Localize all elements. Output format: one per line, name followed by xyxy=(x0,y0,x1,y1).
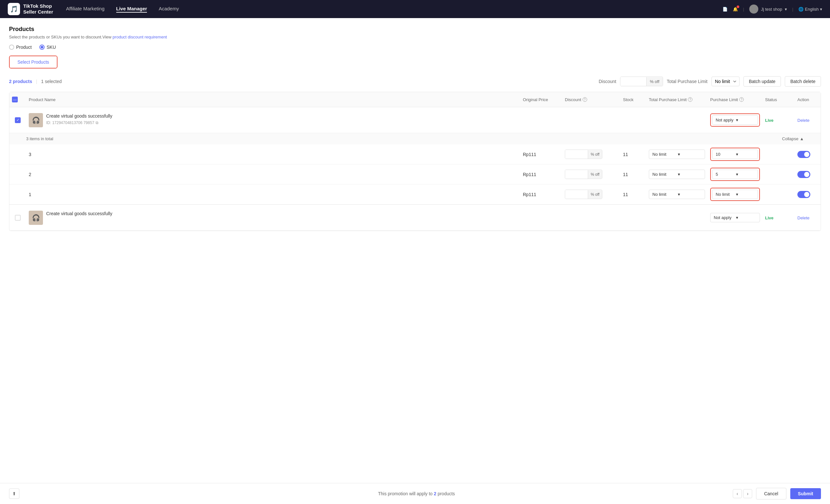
row2-purchase-limit-cell: Not apply ▾ xyxy=(708,213,763,222)
lang-chevron-icon: ▾ xyxy=(820,7,822,12)
logo-text: TikTok Shop Seller Center xyxy=(23,3,53,15)
row1-checkbox[interactable] xyxy=(15,117,21,123)
radio-sku-circle xyxy=(39,44,44,50)
collapse-label: Collapse xyxy=(782,136,799,141)
sku-row-2: 2 Rp111 % off 11 No limit ▾ xyxy=(9,164,821,185)
select-products-button[interactable]: Select Products xyxy=(10,56,57,68)
row2-delete-button[interactable]: Delete xyxy=(797,216,810,220)
bell-icon[interactable]: 🔔 xyxy=(733,7,738,12)
row1-copy-icon[interactable]: ⧉ xyxy=(96,121,98,125)
sku2-discount-field: % off xyxy=(565,169,602,179)
footer-info: This promotion will apply to 2 products xyxy=(378,491,729,496)
sku2-discount-input[interactable] xyxy=(565,170,588,179)
radio-product-circle xyxy=(9,44,14,50)
sku3-discount: % off xyxy=(562,190,620,199)
select-products-wrapper: Select Products xyxy=(9,56,58,68)
radio-group: Product SKU xyxy=(9,44,821,50)
batch-update-button[interactable]: Batch update xyxy=(743,76,781,87)
sku3-toggle[interactable] xyxy=(797,191,810,198)
sku3-discount-suffix: % off xyxy=(588,190,602,199)
discount-req-link[interactable]: product discount requirement xyxy=(113,35,167,39)
th-status: Status xyxy=(763,95,795,104)
sku2-toggle[interactable] xyxy=(797,171,810,178)
section-title: Products xyxy=(9,26,821,33)
row2-checkbox-cell xyxy=(9,215,26,221)
row1-delete-button[interactable]: Delete xyxy=(797,118,810,123)
nav-live-manager[interactable]: Live Manager xyxy=(116,6,147,12)
navbar: 🎵 TikTok Shop Seller Center Affiliate Ma… xyxy=(0,0,830,18)
row2-checkbox[interactable] xyxy=(15,215,21,221)
shop-chevron-icon: ▾ xyxy=(785,7,787,12)
footer-product-count: 2 xyxy=(434,491,436,496)
row1-purchase-limit-outlined: Not apply ▾ xyxy=(710,114,760,127)
row2-status-badge: Live xyxy=(765,216,773,220)
products-count: 2 products xyxy=(9,79,32,84)
lang-label: English xyxy=(805,7,819,12)
th-checkbox xyxy=(9,95,26,104)
divider-2: | xyxy=(792,7,793,12)
sku1-discount-input[interactable] xyxy=(565,150,588,159)
sku1-total-limit-select[interactable]: No limit ▾ xyxy=(649,150,705,159)
sku3-total-limit-select[interactable]: No limit ▾ xyxy=(649,190,705,199)
selected-count: 1 selected xyxy=(41,79,62,84)
sku3-pl-chevron: ▾ xyxy=(736,192,755,197)
sku1-pl-select[interactable]: 10 ▾ xyxy=(712,150,758,159)
sku3-discount-input[interactable] xyxy=(565,190,588,199)
sku2-pl-outlined: 5 ▾ xyxy=(710,168,760,181)
shop-info[interactable]: Jj test shop ▾ xyxy=(749,4,787,13)
sku-group-1: 3 items in total Collapse ▲ 3 Rp111 % of… xyxy=(9,133,821,205)
sku1-pl-chevron: ▾ xyxy=(736,152,755,157)
nav-affiliate-marketing[interactable]: Affiliate Marketing xyxy=(66,6,105,12)
sku2-pl-select[interactable]: 5 ▾ xyxy=(712,169,758,179)
table-row: 🎧 Create virtual goods successfully Not … xyxy=(9,205,821,231)
next-page-button[interactable]: › xyxy=(743,489,752,498)
sku2-price: Rp111 xyxy=(520,172,562,177)
sku1-purchase-limit-cell: 10 ▾ xyxy=(708,148,763,161)
row2-purchase-limit-select[interactable]: Not apply ▾ xyxy=(710,213,760,222)
row1-product-id: ID: 17294704813706 79857 ⧉ xyxy=(46,121,113,125)
globe-icon: 🌐 xyxy=(798,7,803,12)
row1-product-name: Create virtual goods successfully xyxy=(46,113,113,120)
divider-1: | xyxy=(743,7,744,12)
footer-nav: ‹ › xyxy=(733,489,752,498)
total-limit-help-icon[interactable]: ? xyxy=(688,97,693,102)
sku-group-header: 3 items in total Collapse ▲ xyxy=(9,133,821,145)
sku3-pl-select[interactable]: No limit ▾ xyxy=(712,190,758,199)
sku1-toggle-cell xyxy=(795,151,821,158)
th-discount: Discount ? xyxy=(562,95,620,104)
row2-product-name: Create virtual goods successfully xyxy=(46,211,113,217)
sku1-id: 3 xyxy=(26,152,520,157)
shop-name: Jj test shop xyxy=(761,7,782,12)
language-selector[interactable]: 🌐 English ▾ xyxy=(798,7,822,12)
discount-help-icon[interactable]: ? xyxy=(583,97,587,102)
sku1-discount: % off xyxy=(562,150,620,159)
sku1-toggle[interactable] xyxy=(797,151,810,158)
th-stock: Stock xyxy=(620,95,646,104)
sku3-purchase-limit-cell: No limit ▾ xyxy=(708,188,763,201)
sku3-toggle-cell xyxy=(795,191,821,198)
sku1-total-limit: No limit ▾ xyxy=(646,150,708,159)
row1-checkbox-cell xyxy=(9,117,26,123)
collapse-button[interactable]: Collapse ▲ xyxy=(782,136,804,141)
batch-delete-button[interactable]: Batch delete xyxy=(785,76,821,87)
radio-sku-label: SKU xyxy=(46,44,56,50)
sku2-total-limit: No limit ▾ xyxy=(646,169,708,179)
toolbar-discount-input[interactable] xyxy=(620,77,646,86)
radio-sku[interactable]: SKU xyxy=(39,44,56,50)
cancel-button[interactable]: Cancel xyxy=(756,488,787,500)
prev-page-button[interactable]: ‹ xyxy=(733,489,742,498)
limit-toolbar-label: Total Purchase Limit xyxy=(667,79,708,84)
nav-academy[interactable]: Academy xyxy=(159,6,179,12)
header-checkbox[interactable] xyxy=(12,97,18,102)
document-icon[interactable]: 📄 xyxy=(723,7,728,12)
row1-purchase-limit-select[interactable]: Not apply ▾ xyxy=(712,115,758,125)
sku2-total-limit-select[interactable]: No limit ▾ xyxy=(649,169,705,179)
go-to-top-button[interactable]: ⬆ xyxy=(9,489,20,499)
row2-product-thumb: 🎧 xyxy=(29,211,43,225)
purchase-limit-help-icon[interactable]: ? xyxy=(739,97,744,102)
sku3-total-limit-chevron: ▾ xyxy=(678,192,701,197)
submit-button[interactable]: Submit xyxy=(790,488,821,499)
toolbar-limit-select[interactable]: No limit 1 5 10 xyxy=(711,76,740,86)
radio-product[interactable]: Product xyxy=(9,44,32,50)
section-desc: Select the products or SKUs you want to … xyxy=(9,35,821,39)
